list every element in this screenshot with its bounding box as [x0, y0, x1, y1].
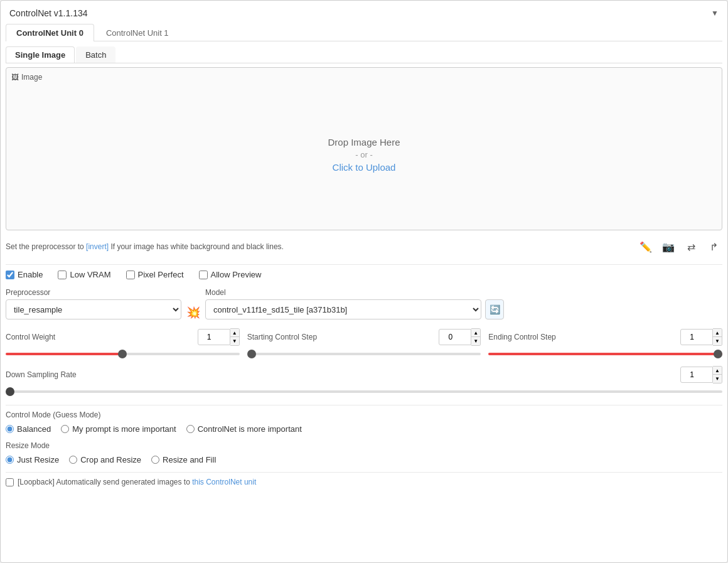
enable-checkbox-item[interactable]: Enable	[6, 270, 43, 279]
resize-just-resize[interactable]: Just Resize	[6, 455, 59, 464]
control-weight-input[interactable]	[198, 329, 230, 345]
collapse-arrow[interactable]: ▼	[711, 9, 719, 18]
control-mode-controlnet[interactable]: ControlNet is more important	[186, 424, 302, 434]
allow-preview-label: Allow Preview	[211, 270, 262, 279]
crop-icon-btn[interactable]: ↱	[705, 238, 722, 255]
ending-step-slider[interactable]	[488, 353, 722, 355]
loopback-text: [Loopback] Automatically send generated …	[18, 478, 256, 486]
low-vram-checkbox-item[interactable]: Low VRAM	[58, 270, 110, 279]
icon-buttons: ✏️ 📷 ⇄ ↱	[637, 238, 722, 255]
upload-label: 🖼 Image	[11, 73, 42, 82]
control-weight-group: Control Weight ▲ ▼	[6, 328, 240, 360]
low-vram-checkbox[interactable]	[58, 271, 67, 279]
control-mode-title: Control Mode (Guess Mode)	[6, 410, 722, 419]
model-select[interactable]: control_v11f1e_sd15_tile [a371b31b]	[205, 299, 481, 319]
downsampling-input[interactable]	[680, 367, 713, 383]
preprocessor-group: Preprocessor none tile_resample tile_col…	[6, 288, 181, 319]
edit-icon-btn[interactable]: ✏️	[637, 238, 655, 255]
swap-icon-btn[interactable]: ⇄	[682, 238, 700, 255]
resize-crop-resize-label: Crop and Resize	[80, 455, 141, 464]
click-to-upload[interactable]: Click to Upload	[333, 162, 396, 173]
info-text: Set the preprocessor to [invert] If your…	[6, 242, 284, 251]
allow-preview-checkbox-item[interactable]: Allow Preview	[199, 270, 262, 279]
starting-step-input-wrap: ▲ ▼	[439, 328, 481, 346]
ending-step-input[interactable]	[680, 329, 713, 345]
pixel-perfect-label: Pixel Perfect	[138, 270, 184, 279]
preprocessor-select-wrap: none tile_resample tile_colorfix tile_co…	[6, 299, 181, 319]
ending-step-input-wrap: ▲ ▼	[680, 328, 722, 346]
allow-preview-checkbox[interactable]	[199, 271, 208, 279]
starting-step-slider[interactable]	[247, 353, 481, 355]
resize-fill-radio[interactable]	[151, 456, 159, 464]
starting-step-down[interactable]: ▼	[471, 337, 480, 345]
resize-crop-resize-radio[interactable]	[69, 456, 77, 464]
resize-just-resize-radio[interactable]	[6, 456, 14, 464]
divider-3	[6, 472, 722, 473]
control-mode-controlnet-label: ControlNet is more important	[198, 424, 302, 434]
control-weight-slider[interactable]	[6, 353, 240, 355]
ending-step-label-row: Ending Control Step ▲ ▼	[488, 328, 722, 346]
control-mode-balanced-label: Balanced	[17, 424, 51, 434]
control-weight-track	[6, 348, 240, 360]
low-vram-label: Low VRAM	[70, 270, 110, 279]
downsampling-label: Down Sampling Rate	[6, 370, 77, 379]
info-bar: Set the preprocessor to [invert] If your…	[6, 235, 722, 258]
downsampling-arrows: ▲ ▼	[713, 366, 722, 383]
control-weight-down[interactable]: ▼	[230, 337, 239, 345]
unit-tab-1[interactable]: ControlNet Unit 1	[95, 24, 179, 41]
invert-link[interactable]: [invert]	[86, 242, 109, 251]
image-tab-single[interactable]: Single Image	[6, 46, 75, 63]
preprocessor-select[interactable]: none tile_resample tile_colorfix tile_co…	[6, 299, 181, 319]
resize-crop-resize[interactable]: Crop and Resize	[69, 455, 141, 464]
control-mode-radio-group: Balanced My prompt is more important Con…	[6, 424, 722, 434]
downsampling-header: Down Sampling Rate ▲ ▼	[6, 366, 722, 383]
unit-tab-0[interactable]: ControlNet Unit 0	[6, 24, 94, 41]
downsampling-input-wrap: ▲ ▼	[680, 366, 722, 383]
divider-2	[6, 405, 722, 405]
selects-row: Preprocessor none tile_resample tile_col…	[6, 288, 722, 319]
starting-step-up[interactable]: ▲	[471, 329, 480, 337]
app-title: ControlNet v1.1.134	[9, 8, 88, 18]
control-mode-controlnet-radio[interactable]	[186, 425, 195, 433]
loopback-checkbox[interactable]	[6, 478, 14, 486]
control-mode-prompt-radio[interactable]	[61, 425, 69, 433]
upload-center: Drop Image Here - or - Click to Upload	[11, 84, 717, 225]
star-button[interactable]: 💥	[186, 306, 200, 319]
loopback-link[interactable]: this ControlNet unit	[192, 478, 256, 486]
pixel-perfect-checkbox[interactable]	[126, 271, 135, 279]
unit-tabs: ControlNet Unit 0 ControlNet Unit 1	[6, 23, 722, 41]
image-tab-batch[interactable]: Batch	[76, 46, 115, 63]
downsampling-slider[interactable]	[6, 390, 722, 393]
preprocessor-label: Preprocessor	[6, 288, 181, 297]
downsampling-up[interactable]: ▲	[713, 367, 722, 375]
model-label: Model	[205, 288, 504, 297]
upload-area[interactable]: 🖼 Image Drop Image Here - or - Click to …	[6, 67, 722, 230]
main-container: ControlNet v1.1.134 ▼ ControlNet Unit 0 …	[0, 0, 728, 563]
ending-step-down[interactable]: ▼	[713, 337, 722, 345]
starting-step-input[interactable]	[439, 329, 471, 345]
control-mode-balanced[interactable]: Balanced	[6, 424, 51, 434]
control-mode-prompt[interactable]: My prompt is more important	[61, 424, 176, 434]
starting-step-track	[247, 348, 481, 360]
model-refresh-btn[interactable]: 🔄	[485, 299, 504, 319]
camera-icon-btn[interactable]: 📷	[660, 238, 677, 255]
ending-step-up[interactable]: ▲	[713, 329, 722, 337]
downsampling-row: Down Sampling Rate ▲ ▼	[6, 366, 722, 397]
image-tabs: Single Image Batch	[6, 46, 722, 63]
drop-text: Drop Image Here	[328, 137, 400, 147]
enable-checkbox[interactable]	[6, 271, 14, 279]
resize-fill[interactable]: Resize and Fill	[151, 455, 216, 464]
pixel-perfect-checkbox-item[interactable]: Pixel Perfect	[126, 270, 184, 279]
resize-mode-radio-group: Just Resize Crop and Resize Resize and F…	[6, 455, 722, 464]
control-mode-balanced-radio[interactable]	[6, 425, 14, 433]
resize-mode-title: Resize Mode	[6, 441, 722, 450]
image-icon: 🖼	[11, 73, 19, 82]
control-weight-up[interactable]: ▲	[230, 329, 239, 337]
downsampling-down[interactable]: ▼	[713, 375, 722, 383]
image-label-text: Image	[21, 73, 42, 82]
model-select-wrap: control_v11f1e_sd15_tile [a371b31b] 🔄	[205, 299, 504, 319]
refresh-icon: 🔄	[490, 304, 500, 314]
downsampling-track	[6, 386, 722, 397]
ending-step-group: Ending Control Step ▲ ▼	[488, 328, 722, 360]
control-weight-label: Control Weight	[6, 333, 55, 341]
